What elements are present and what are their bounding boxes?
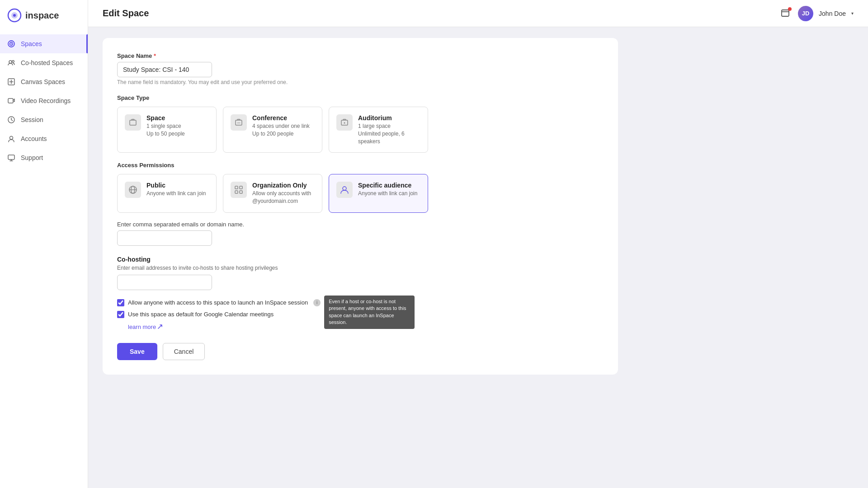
- auditorium-card-sub: 1 large spaceUnlimited people, 6 speaker…: [358, 122, 420, 145]
- svg-rect-13: [782, 10, 789, 16]
- svg-rect-21: [240, 186, 242, 189]
- sidebar-item-support[interactable]: Support: [0, 148, 88, 167]
- org-title: Organization Only: [252, 182, 315, 189]
- support-icon: [7, 154, 15, 162]
- sidebar-item-label: Spaces: [21, 40, 42, 47]
- svg-point-7: [12, 61, 14, 62]
- learn-more-label: learn more: [128, 324, 156, 330]
- tooltip-wrapper: i Even if a host or co-host is not prese…: [311, 299, 321, 306]
- cohosted-icon: [7, 59, 15, 67]
- org-sub: Allow only accounts with @yourdomain.com: [252, 190, 315, 205]
- video-icon: [7, 97, 15, 105]
- svg-point-2: [13, 14, 16, 17]
- space-card-icon: [125, 114, 141, 131]
- user-name[interactable]: John Doe: [819, 10, 846, 17]
- required-indicator: *: [152, 52, 156, 59]
- svg-rect-9: [8, 99, 13, 103]
- access-label: Access Permissions: [117, 162, 604, 169]
- spaces-icon: [7, 40, 15, 48]
- avatar: JD: [798, 6, 813, 21]
- conference-card-info: Conference 4 spaces under one linkUp to …: [252, 114, 310, 138]
- email-input[interactable]: [117, 230, 212, 246]
- main-content: Edit Space JD John Doe ▾ Space Name *: [88, 0, 868, 488]
- sidebar-item-canvas[interactable]: Canvas Spaces: [0, 72, 88, 91]
- topbar-right: JD John Doe ▾: [778, 6, 854, 21]
- canvas-icon: [7, 78, 15, 86]
- access-card-public[interactable]: Public Anyone with link can join: [117, 174, 217, 213]
- space-card-info: Space 1 single spaceUp to 50 people: [146, 114, 185, 138]
- specific-icon: [336, 182, 353, 198]
- public-card-info: Public Anyone with link can join: [146, 182, 206, 197]
- space-name-label: Space Name *: [117, 52, 604, 59]
- session-icon: [7, 116, 15, 124]
- cancel-button[interactable]: Cancel: [163, 343, 205, 360]
- sidebar-item-session[interactable]: Session: [0, 110, 88, 129]
- default-calendar-checkbox[interactable]: [117, 311, 124, 318]
- access-cards: Public Anyone with link can join: [117, 174, 604, 213]
- sidebar-item-label: Canvas Spaces: [21, 78, 65, 85]
- form-card: Space Name * The name field is mandatory…: [103, 38, 618, 375]
- svg-point-6: [9, 61, 12, 63]
- svg-rect-22: [235, 191, 238, 193]
- user-dropdown-arrow[interactable]: ▾: [851, 11, 854, 16]
- accounts-icon: [7, 135, 15, 143]
- default-calendar-label: Use this space as default for Google Cal…: [128, 311, 274, 318]
- org-card-info: Organization Only Allow only accounts wi…: [252, 182, 315, 205]
- auditorium-card-icon: [336, 114, 353, 131]
- sidebar-item-accounts[interactable]: Accounts: [0, 129, 88, 148]
- space-type-cards: Space 1 single spaceUp to 50 people Conf…: [117, 107, 604, 153]
- sidebar-item-label: Video Recordings: [21, 97, 71, 104]
- checkbox-row-1: Allow anyone with access to this space t…: [117, 299, 604, 306]
- external-link-icon: [157, 324, 163, 329]
- space-card-title: Space: [146, 114, 185, 122]
- svg-point-17: [344, 122, 345, 124]
- sidebar-nav: Spaces Co-hosted Spaces Canvas Spaces: [0, 31, 88, 171]
- public-icon: [125, 182, 141, 198]
- type-card-space[interactable]: Space 1 single spaceUp to 50 people: [117, 107, 217, 153]
- type-card-conference[interactable]: Conference 4 spaces under one linkUp to …: [223, 107, 322, 153]
- sidebar-item-spaces[interactable]: Spaces: [0, 34, 88, 53]
- access-card-org[interactable]: Organization Only Allow only accounts wi…: [223, 174, 322, 213]
- conference-card-title: Conference: [252, 114, 310, 122]
- space-name-input[interactable]: [117, 62, 212, 77]
- notification-button[interactable]: [778, 6, 793, 21]
- sidebar-item-label: Session: [21, 116, 43, 123]
- sidebar: inspace Spaces Co-hosted: [0, 0, 88, 488]
- space-type-label: Space Type: [117, 94, 604, 101]
- conference-card-icon: [231, 114, 247, 131]
- public-sub: Anyone with link can join: [146, 190, 206, 197]
- svg-point-5: [11, 43, 12, 44]
- topbar: Edit Space JD John Doe ▾: [88, 0, 868, 27]
- svg-rect-20: [235, 186, 238, 189]
- specific-sub: Anyone with link can join: [358, 190, 417, 197]
- tooltip-box: Even if a host or co-host is not present…: [324, 296, 415, 329]
- type-card-auditorium[interactable]: Auditorium 1 large spaceUnlimited people…: [329, 107, 428, 153]
- svg-point-11: [10, 136, 13, 140]
- launch-session-checkbox[interactable]: [117, 299, 124, 306]
- conference-card-sub: 4 spaces under one linkUp to 200 people: [252, 122, 310, 138]
- form-container: Space Name * The name field is mandatory…: [88, 27, 868, 385]
- specific-card-info: Specific audience Anyone with link can j…: [358, 182, 417, 197]
- space-name-field: Space Name * The name field is mandatory…: [117, 52, 604, 85]
- sidebar-item-label: Accounts: [21, 135, 47, 142]
- svg-rect-14: [130, 120, 136, 125]
- cohosting-email-input[interactable]: [117, 275, 212, 290]
- space-card-sub: 1 single spaceUp to 50 people: [146, 122, 185, 138]
- sidebar-item-video[interactable]: Video Recordings: [0, 91, 88, 110]
- email-hint-label: Enter comma separated emails or domain n…: [117, 221, 604, 228]
- notification-badge: [788, 7, 792, 11]
- access-card-specific[interactable]: Specific audience Anyone with link can j…: [329, 174, 428, 213]
- specific-title: Specific audience: [358, 182, 417, 189]
- save-button[interactable]: Save: [117, 343, 157, 360]
- sidebar-item-label: Support: [21, 154, 43, 161]
- info-icon[interactable]: i: [313, 299, 321, 306]
- launch-session-label: Allow anyone with access to this space t…: [128, 299, 308, 306]
- svg-rect-23: [240, 191, 242, 193]
- checkboxes: Allow anyone with access to this space t…: [117, 299, 604, 330]
- button-row: Save Cancel: [117, 343, 604, 360]
- public-title: Public: [146, 182, 206, 189]
- sidebar-item-cohosted[interactable]: Co-hosted Spaces: [0, 53, 88, 72]
- logo-text: inspace: [25, 10, 59, 21]
- svg-point-24: [343, 187, 346, 190]
- sidebar-item-label: Co-hosted Spaces: [21, 59, 73, 66]
